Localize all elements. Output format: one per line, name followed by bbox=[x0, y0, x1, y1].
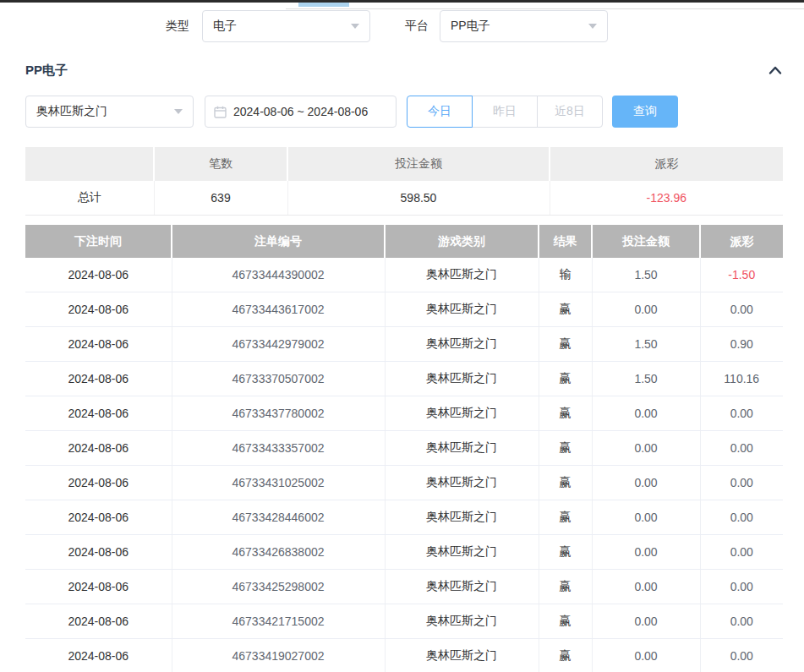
last-8-days-button[interactable]: 近8日 bbox=[537, 96, 603, 128]
query-button[interactable]: 查询 bbox=[612, 96, 678, 128]
today-button[interactable]: 今日 bbox=[407, 96, 473, 128]
table-cell: 奥林匹斯之门 bbox=[385, 535, 539, 570]
table-cell: 0.00 bbox=[592, 604, 700, 639]
table-cell: 奥林匹斯之门 bbox=[385, 604, 539, 639]
section-header: PP电子 bbox=[25, 59, 783, 81]
column-header: 游戏类别 bbox=[385, 225, 539, 258]
table-cell: 110.16 bbox=[700, 362, 783, 396]
column-header: 派彩 bbox=[700, 225, 783, 258]
table-row: 2024-08-0646733442979002奥林匹斯之门赢1.500.90 bbox=[25, 327, 783, 362]
table-cell: 0.00 bbox=[700, 604, 783, 639]
table-cell: 0.00 bbox=[592, 500, 700, 535]
chevron-down-icon bbox=[174, 109, 183, 114]
table-cell: 2024-08-06 bbox=[25, 639, 172, 672]
top-filter-row: 类型 电子 平台 PP电子 bbox=[0, 10, 608, 42]
table-cell: 2024-08-06 bbox=[25, 431, 172, 466]
quick-range-group: 今日 昨日 近8日 bbox=[407, 96, 603, 128]
table-cell: 奥林匹斯之门 bbox=[385, 396, 539, 431]
table-row: 2024-08-0646733425298002奥林匹斯之门赢0.000.00 bbox=[25, 570, 783, 604]
table-cell: 0.00 bbox=[592, 396, 700, 431]
collapse-button[interactable] bbox=[768, 64, 783, 76]
column-header: 派彩 bbox=[550, 147, 783, 181]
table-cell: 2024-08-06 bbox=[25, 466, 172, 500]
table-cell: 0.00 bbox=[700, 431, 783, 466]
table-cell: 赢 bbox=[539, 604, 592, 639]
total-label: 总计 bbox=[25, 181, 154, 216]
table-cell: 奥林匹斯之门 bbox=[385, 362, 539, 396]
total-bet-amount: 598.50 bbox=[287, 181, 550, 216]
platform-select-value: PP电子 bbox=[451, 19, 490, 34]
table-cell: 46733426838002 bbox=[172, 535, 385, 570]
type-select[interactable]: 电子 bbox=[202, 10, 370, 42]
chevron-up-icon bbox=[768, 64, 783, 76]
table-row: 2024-08-0646733426838002奥林匹斯之门赢0.000.00 bbox=[25, 535, 783, 570]
table-row: 2024-08-0646733433357002奥林匹斯之门赢0.000.00 bbox=[25, 431, 783, 466]
table-cell: 2024-08-06 bbox=[25, 396, 172, 431]
table-cell: 2024-08-06 bbox=[25, 292, 172, 327]
table-cell: 赢 bbox=[539, 292, 592, 327]
table-cell: 奥林匹斯之门 bbox=[385, 570, 539, 604]
page: 类型 电子 平台 PP电子 PP电子 奥林匹斯之门 bbox=[0, 0, 804, 672]
total-payout: -123.96 bbox=[550, 181, 783, 216]
table-cell: 2024-08-06 bbox=[25, 258, 172, 292]
table-cell: 46733437780002 bbox=[172, 396, 385, 431]
game-select[interactable]: 奥林匹斯之门 bbox=[25, 96, 194, 128]
table-cell: 2024-08-06 bbox=[25, 604, 172, 639]
table-cell: 0.00 bbox=[700, 535, 783, 570]
table-cell: 2024-08-06 bbox=[25, 500, 172, 535]
table-row: 2024-08-0646733428446002奥林匹斯之门赢0.000.00 bbox=[25, 500, 783, 535]
table-cell: 0.90 bbox=[700, 327, 783, 362]
column-header: 下注时间 bbox=[25, 225, 172, 258]
chevron-down-icon bbox=[351, 24, 359, 29]
top-dark-strip bbox=[0, 0, 804, 3]
table-cell: 奥林匹斯之门 bbox=[385, 292, 539, 327]
bet-table-body: 2024-08-0646733444390002奥林匹斯之门输1.50-1.50… bbox=[25, 258, 783, 672]
table-cell: 46733443617002 bbox=[172, 292, 385, 327]
calendar-icon bbox=[214, 106, 227, 118]
column-header: 投注金额 bbox=[287, 147, 550, 181]
yesterday-button[interactable]: 昨日 bbox=[472, 96, 538, 128]
summary-total-row: 总计 639 598.50 -123.96 bbox=[25, 181, 783, 216]
total-count: 639 bbox=[154, 181, 287, 216]
table-cell: 0.00 bbox=[592, 431, 700, 466]
table-cell: 46733419027002 bbox=[172, 639, 385, 672]
table-cell: 0.00 bbox=[700, 396, 783, 431]
column-header: 笔数 bbox=[154, 147, 287, 181]
table-cell: 46733421715002 bbox=[172, 604, 385, 639]
table-cell: 2024-08-06 bbox=[25, 535, 172, 570]
table-cell: 赢 bbox=[539, 466, 592, 500]
column-header: 注单编号 bbox=[172, 225, 385, 258]
column-header: 投注金额 bbox=[592, 225, 700, 258]
table-cell: 0.00 bbox=[700, 500, 783, 535]
bet-records-table: 下注时间 注单编号 游戏类别 结果 投注金额 派彩 2024-08-064673… bbox=[25, 225, 783, 672]
table-cell: 0.00 bbox=[700, 570, 783, 604]
table-cell: 46733370507002 bbox=[172, 362, 385, 396]
chevron-down-icon bbox=[588, 24, 597, 29]
table-cell: 赢 bbox=[539, 535, 592, 570]
table-row: 2024-08-0646733419027002奥林匹斯之门赢0.000.00 bbox=[25, 639, 783, 672]
table-row: 2024-08-0646733421715002奥林匹斯之门赢0.000.00 bbox=[25, 604, 783, 639]
table-cell: 赢 bbox=[539, 500, 592, 535]
table-cell: 奥林匹斯之门 bbox=[385, 327, 539, 362]
table-row: 2024-08-0646733444390002奥林匹斯之门输1.50-1.50 bbox=[25, 258, 783, 292]
summary-table: 笔数 投注金额 派彩 总计 639 598.50 -123.96 bbox=[25, 147, 783, 216]
top-divider bbox=[286, 8, 804, 9]
table-cell: 0.00 bbox=[592, 292, 700, 327]
table-cell: 2024-08-06 bbox=[25, 327, 172, 362]
game-select-value: 奥林匹斯之门 bbox=[36, 104, 107, 119]
table-cell: 赢 bbox=[539, 327, 592, 362]
date-range-input[interactable]: 2024-08-06 ~ 2024-08-06 bbox=[205, 96, 397, 128]
table-cell: 0.00 bbox=[700, 639, 783, 672]
table-row: 2024-08-0646733437780002奥林匹斯之门赢0.000.00 bbox=[25, 396, 783, 431]
column-header bbox=[25, 147, 154, 181]
platform-label: 平台 bbox=[405, 19, 429, 34]
table-cell: 赢 bbox=[539, 639, 592, 672]
platform-select[interactable]: PP电子 bbox=[440, 10, 608, 42]
table-cell: 赢 bbox=[539, 396, 592, 431]
date-range-value: 2024-08-06 ~ 2024-08-06 bbox=[233, 105, 368, 118]
table-row: 2024-08-0646733443617002奥林匹斯之门赢0.000.00 bbox=[25, 292, 783, 327]
column-header: 结果 bbox=[539, 225, 592, 258]
table-cell: 0.00 bbox=[592, 535, 700, 570]
table-cell: 1.50 bbox=[592, 362, 700, 396]
table-cell: 赢 bbox=[539, 570, 592, 604]
